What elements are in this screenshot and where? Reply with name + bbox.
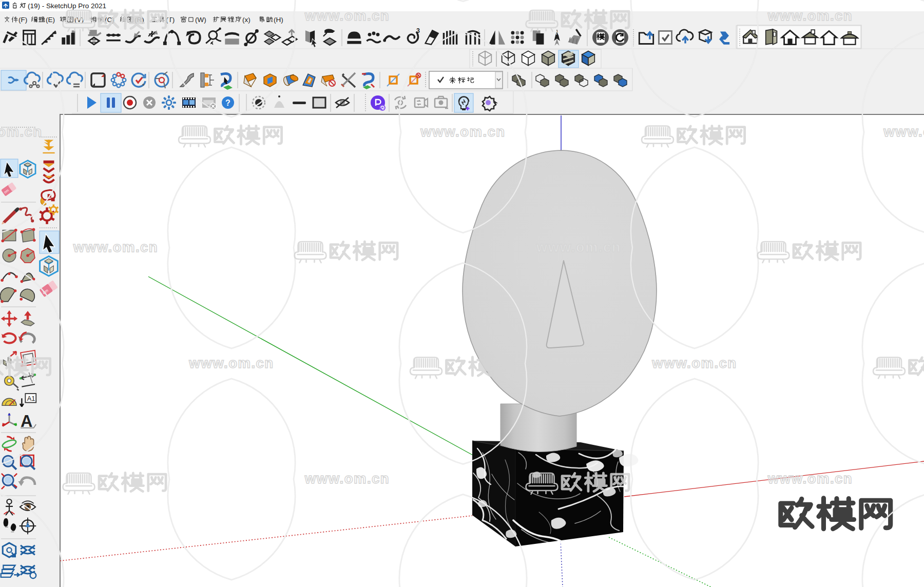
svg-text:3: 3 [416,27,420,34]
svg-text:C: C [26,521,29,525]
svg-text:N: N [555,30,559,36]
svg-text:?: ? [225,99,230,107]
svg-text:A1: A1 [27,395,35,402]
